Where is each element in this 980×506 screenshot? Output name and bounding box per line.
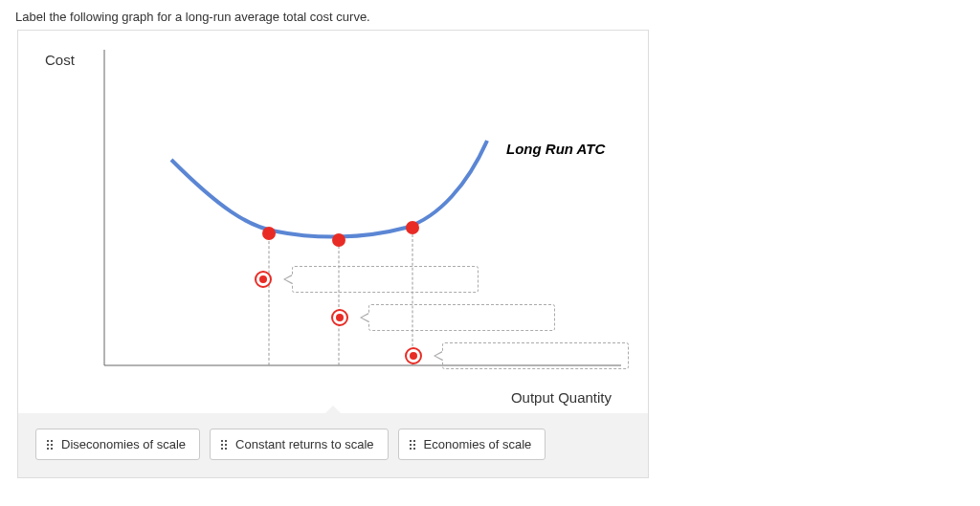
dashed-region-line-1 [269, 231, 270, 365]
token-label: Diseconomies of scale [61, 437, 186, 451]
token-tray: Diseconomies of scale Constant returns t… [18, 413, 648, 477]
question-instruction: Label the following graph for a long-run… [0, 0, 980, 30]
token-diseconomies[interactable]: Diseconomies of scale [35, 429, 200, 460]
token-label: Economies of scale [424, 437, 532, 451]
drop-target-marker-3[interactable] [405, 347, 422, 364]
curve-label: Long Run ATC [506, 141, 605, 157]
drag-grip-icon [46, 439, 54, 451]
curve-point-2 [332, 233, 345, 247]
drag-grip-icon [220, 439, 228, 451]
drop-zone-1[interactable] [292, 266, 479, 293]
drop-target-marker-2[interactable] [331, 309, 348, 326]
tray-notch-icon [325, 406, 341, 413]
token-label: Constant returns to scale [235, 437, 374, 451]
token-economies[interactable]: Economies of scale [398, 429, 546, 460]
dashed-region-line-2 [339, 241, 340, 365]
lratc-curve [171, 141, 487, 237]
drop-zone-2[interactable] [368, 304, 555, 331]
drag-grip-icon [409, 439, 416, 451]
curve-point-3 [406, 221, 419, 234]
curve-point-1 [262, 227, 276, 240]
token-constant-returns[interactable]: Constant returns to scale [210, 429, 389, 460]
drop-target-marker-1[interactable] [255, 271, 272, 288]
question-panel: Cost Output Quantity Long Run ATC [17, 30, 649, 478]
drop-zone-3[interactable] [442, 342, 629, 369]
chart-area: Cost Output Quantity Long Run ATC [18, 31, 648, 413]
dashed-region-line-3 [412, 230, 413, 365]
